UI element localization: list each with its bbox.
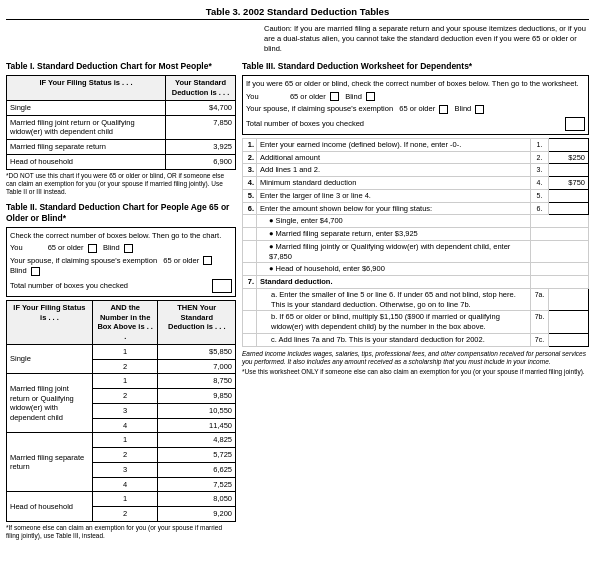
table2-spouse-age-checkbox[interactable]	[203, 256, 212, 265]
line-number	[243, 263, 257, 276]
table2-you-blind-checkbox[interactable]	[124, 244, 133, 253]
table2-spouse-label: Your spouse, if claiming spouse's exempt…	[10, 256, 157, 265]
line-number: 7.	[243, 276, 257, 289]
table2-spouse-age: 65 or older	[163, 256, 199, 265]
table2-deduction: 7,525	[158, 477, 236, 492]
table2-you-blind: Blind	[103, 243, 120, 252]
table1-amount: 6,900	[166, 154, 236, 169]
table1-footnote: *DO NOT use this chart if you were 65 or…	[6, 172, 236, 197]
table2-box: 4	[92, 418, 158, 433]
line-label: 7a.	[531, 288, 549, 311]
table2-deduction: 6,625	[158, 462, 236, 477]
line-label: 1.	[531, 138, 549, 151]
line-text: Add lines 1 and 2.	[257, 164, 531, 177]
table1-title: Table I. Standard Deduction Chart for Mo…	[6, 61, 236, 72]
line-number: 4.	[243, 177, 257, 190]
table2-title: Table II. Standard Deduction Chart for P…	[6, 202, 236, 224]
table1-status: Married filing joint return or Qualifyin…	[7, 115, 166, 140]
table2-box: 1	[92, 492, 158, 507]
table2-status: Head of household	[7, 492, 93, 522]
table3-spouse-age: 65 or older	[399, 104, 435, 113]
table2-box: 2	[92, 507, 158, 522]
table3-spouse-blind-checkbox[interactable]	[475, 105, 484, 114]
table2-deduction: 4,825	[158, 433, 236, 448]
table2-deduction: 7,000	[158, 359, 236, 374]
line-text: ● Married filing jointly or Qualifying w…	[257, 240, 531, 263]
line-amount: $250	[549, 151, 589, 164]
line-number: 5.	[243, 189, 257, 202]
worksheet-line: 7.Standard deduction.	[243, 276, 589, 289]
table1-col2-header: Your Standard Deduction is . . .	[166, 76, 236, 101]
line-number	[243, 288, 257, 311]
table2-spouse-blind-checkbox[interactable]	[31, 267, 40, 276]
line-text: a. Enter the smaller of line 5 or line 6…	[257, 288, 531, 311]
table2-deduction: 8,050	[158, 492, 236, 507]
table3-spouse-label: Your spouse, if claiming spouse's exempt…	[246, 104, 393, 113]
table2-box: 2	[92, 448, 158, 463]
line-label: 3.	[531, 164, 549, 177]
line-text: c. Add lines 7a and 7b. This is your sta…	[257, 333, 531, 346]
table2-you-age: 65 or older	[48, 243, 84, 252]
table2-deduction: 9,200	[158, 507, 236, 522]
table2-you-age-checkbox[interactable]	[88, 244, 97, 253]
table3-footnote: *Use this worksheet ONLY if someone else…	[242, 368, 589, 376]
line-text: Minimum standard deduction	[257, 177, 531, 190]
table2-footnote: *If someone else can claim an exemption …	[6, 524, 236, 541]
table2-box: 2	[92, 359, 158, 374]
table2-deduction: 8,750	[158, 374, 236, 389]
table3-you-age: 65 or older	[290, 92, 326, 101]
line-label	[531, 228, 589, 241]
table2-box: 4	[92, 477, 158, 492]
table2-checkbox-text: Check the correct number of boxes below.…	[10, 231, 232, 242]
line-text: ● Married filing separate return, enter …	[257, 228, 531, 241]
worksheet-line: 6.Enter the amount shown below for your …	[243, 202, 589, 215]
line-number	[243, 311, 257, 334]
table1-row: Married filing separate return3,925	[7, 140, 236, 155]
line-text: Enter your earned income (defined below)…	[257, 138, 531, 151]
table2-status: Married filing joint return or Qualifyin…	[7, 374, 93, 433]
caution-text: Caution: If you are married filing a sep…	[264, 24, 589, 53]
line-label	[531, 276, 589, 289]
table3-spouse-blind: Blind	[455, 104, 472, 113]
line-number	[243, 228, 257, 241]
table1-status: Single	[7, 100, 166, 115]
worksheet-line: 2.Additional amount2.$250	[243, 151, 589, 164]
table3-total-label: Total number of boxes you checked	[246, 119, 364, 130]
table2-row: Head of household18,050	[7, 492, 236, 507]
table1-status: Head of household	[7, 154, 166, 169]
table2-deduction: $5,850	[158, 344, 236, 359]
line-text: Standard deduction.	[257, 276, 531, 289]
line-label: 2.	[531, 151, 549, 164]
line-amount	[549, 138, 589, 151]
line-amount	[549, 164, 589, 177]
table2-status: Single	[7, 344, 93, 374]
table2-deduction: 9,850	[158, 389, 236, 404]
table1-amount: 7,850	[166, 115, 236, 140]
line-label: 6.	[531, 202, 549, 215]
table2-deduction: 11,450	[158, 418, 236, 433]
line-amount	[549, 288, 589, 311]
worksheet-line: a. Enter the smaller of line 5 or line 6…	[243, 288, 589, 311]
table2-col2-header: AND the Number in the Box Above is . . .	[92, 300, 158, 344]
line-number: 3.	[243, 164, 257, 177]
line-text: Enter the larger of line 3 or line 4.	[257, 189, 531, 202]
worksheet-line: ● Married filing separate return, enter …	[243, 228, 589, 241]
line-text: ● Single, enter $4,700	[257, 215, 531, 228]
line-amount	[549, 311, 589, 334]
line-amount	[549, 333, 589, 346]
worksheet-line: 4.Minimum standard deduction4.$750	[243, 177, 589, 190]
table2-box: 3	[92, 403, 158, 418]
line-number: 1.	[243, 138, 257, 151]
table3-you-blind-checkbox[interactable]	[366, 92, 375, 101]
table3-you-label: You	[246, 92, 259, 101]
table1-status: Married filing separate return	[7, 140, 166, 155]
table2-box: 2	[92, 389, 158, 404]
page-title: Table 3. 2002 Standard Deduction Tables	[6, 6, 589, 20]
line-number	[243, 333, 257, 346]
table3-spouse-age-checkbox[interactable]	[439, 105, 448, 114]
line-amount	[549, 189, 589, 202]
table3-you-age-checkbox[interactable]	[330, 92, 339, 101]
table2-col1-header: IF Your Filing Status is . . .	[7, 300, 93, 344]
table2-box: 1	[92, 433, 158, 448]
table1-row: Married filing joint return or Qualifyin…	[7, 115, 236, 140]
